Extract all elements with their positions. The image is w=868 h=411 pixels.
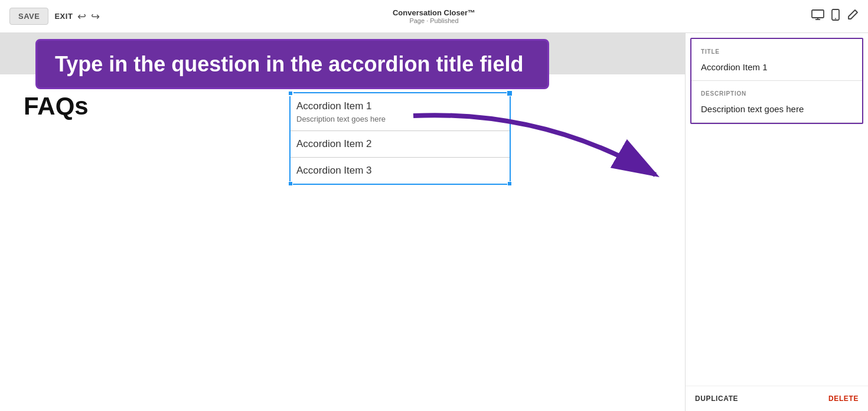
delete-button[interactable]: DELETE [828,394,859,403]
accordion-item-1-title: Accordion Item 1 [296,100,504,112]
title-field-label: TITLE [701,48,853,55]
accordion-item-3[interactable]: Accordion Item 3 [291,158,510,184]
tooltip-banner: Type in the question in the accordion ti… [35,39,549,89]
toolbar: SAVE EXIT ↩ ↪ Conversation Closer™ Page … [0,0,868,33]
accordion-item-3-title: Accordion Item 3 [296,165,504,177]
redo-button[interactable]: ↪ [91,10,100,23]
accordion-canvas-widget[interactable]: Accordion Item 1 Description text goes h… [289,92,511,185]
panel-bordered-section: TITLE Accordion Item 1 DESCRIPTION Descr… [690,38,863,124]
app-title: Conversation Closer™ [393,8,475,17]
handle-tr[interactable] [507,91,512,96]
description-field-label: DESCRIPTION [701,90,853,97]
handle-bl[interactable] [288,181,293,186]
main-area: FAQs Accordion Item 1 Description text g… [0,33,868,411]
svg-point-4 [835,18,836,19]
exit-button[interactable]: EXIT [54,12,73,21]
accordion-item-2-title: Accordion Item 2 [296,138,504,150]
undo-button[interactable]: ↩ [77,10,86,23]
accordion-item-2[interactable]: Accordion Item 2 [291,131,510,158]
toolbar-right [811,9,859,24]
mobile-view-button[interactable] [831,9,840,24]
edit-mode-button[interactable] [847,9,859,24]
panel-footer: DUPLICATE DELETE [686,386,868,411]
desktop-view-button[interactable] [811,9,824,23]
svg-rect-0 [812,10,824,18]
handle-tl[interactable] [288,91,293,96]
tooltip-banner-text: Type in the question in the accordion ti… [55,51,530,77]
page-status: Page · Published [393,17,475,24]
duplicate-button[interactable]: DUPLICATE [695,394,738,403]
right-panel-content: TITLE Accordion Item 1 DESCRIPTION Descr… [686,33,868,386]
toolbar-title: Conversation Closer™ Page · Published [393,8,475,24]
page-canvas: FAQs Accordion Item 1 Description text g… [0,33,685,411]
right-panel: TITLE Accordion Item 1 DESCRIPTION Descr… [685,33,868,411]
description-field-value[interactable]: Description text goes here [701,102,853,116]
title-field-section: TITLE Accordion Item 1 [691,39,862,81]
accordion-item-1-desc: Description text goes here [296,115,504,123]
save-button[interactable]: SAVE [9,8,48,25]
title-field-value[interactable]: Accordion Item 1 [701,60,853,74]
description-field-section: DESCRIPTION Description text goes here [691,81,862,123]
accordion-item-1[interactable]: Accordion Item 1 Description text goes h… [291,93,510,131]
handle-br[interactable] [507,181,512,186]
